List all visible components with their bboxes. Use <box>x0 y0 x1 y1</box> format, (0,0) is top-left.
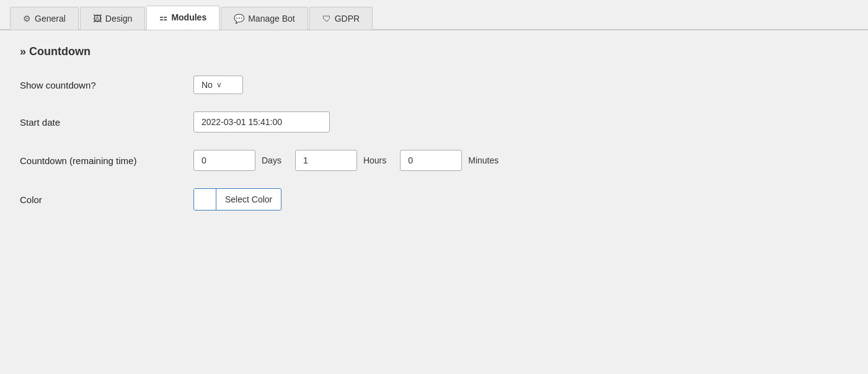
color-control: Select Color <box>193 188 281 211</box>
tabs-bar: ⚙ General 🖼 Design ⚏ Modules 💬 Manage Bo… <box>0 0 868 30</box>
page-wrapper: ⚙ General 🖼 Design ⚏ Modules 💬 Manage Bo… <box>0 0 868 374</box>
content-area: » Countdown Show countdown? No ∨ Start d… <box>0 30 868 243</box>
show-countdown-select[interactable]: No ∨ <box>193 76 243 94</box>
show-countdown-value: No <box>202 80 213 90</box>
manage-bot-icon: 💬 <box>234 14 244 24</box>
show-countdown-row: Show countdown? No ∨ <box>20 76 848 94</box>
section-title: » Countdown <box>20 45 848 58</box>
color-row: Color Select Color <box>20 188 848 211</box>
color-picker-button[interactable]: Select Color <box>193 188 281 211</box>
tab-gdpr[interactable]: 🛡 GDPR <box>309 7 373 30</box>
start-date-row: Start date <box>20 111 848 133</box>
start-date-label: Start date <box>20 117 193 128</box>
countdown-remaining-row: Countdown (remaining time) Days Hours Mi… <box>20 150 848 171</box>
gdpr-icon: 🛡 <box>322 14 331 24</box>
show-countdown-control: No ∨ <box>193 76 243 94</box>
countdown-remaining-control: Days Hours Minutes <box>193 150 506 171</box>
show-countdown-label: Show countdown? <box>20 80 193 90</box>
modules-icon: ⚏ <box>159 12 167 22</box>
section-title-text: » Countdown <box>20 45 91 58</box>
tab-design-label: Design <box>105 14 133 24</box>
tab-general-label: General <box>35 14 66 24</box>
tab-modules[interactable]: ⚏ Modules <box>146 6 219 30</box>
color-swatch <box>194 189 216 210</box>
countdown-remaining-label: Countdown (remaining time) <box>20 155 193 166</box>
tab-manage-bot[interactable]: 💬 Manage Bot <box>221 7 308 30</box>
minutes-input[interactable] <box>400 150 462 171</box>
hours-unit-label: Hours <box>363 155 386 165</box>
general-icon: ⚙ <box>23 14 31 24</box>
days-input[interactable] <box>193 150 255 171</box>
start-date-input[interactable] <box>193 111 330 133</box>
hours-input[interactable] <box>295 150 357 171</box>
tab-design[interactable]: 🖼 Design <box>80 7 146 30</box>
select-color-label: Select Color <box>216 191 281 208</box>
tab-manage-bot-label: Manage Bot <box>248 14 295 24</box>
chevron-down-icon: ∨ <box>216 80 222 89</box>
start-date-control <box>193 111 330 133</box>
tab-gdpr-label: GDPR <box>335 14 360 24</box>
minutes-unit-label: Minutes <box>468 155 498 165</box>
tab-general[interactable]: ⚙ General <box>10 7 79 30</box>
design-icon: 🖼 <box>93 14 102 24</box>
tab-modules-label: Modules <box>171 12 206 22</box>
days-unit-label: Days <box>262 155 281 165</box>
color-label: Color <box>20 194 193 205</box>
